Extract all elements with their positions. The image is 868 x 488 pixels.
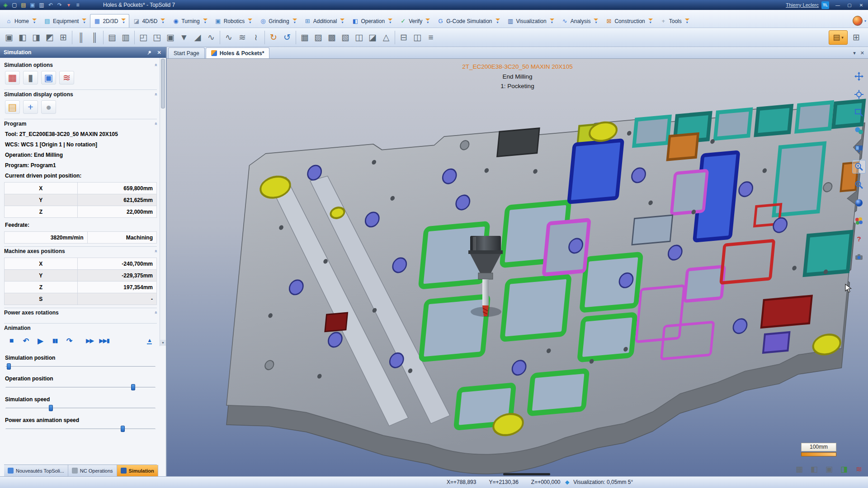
user-name[interactable]: Thierry Leclerc bbox=[786, 2, 819, 8]
stop-button[interactable]: ■ bbox=[5, 334, 18, 347]
ribbon-tab-operation[interactable]: ◧ Operation ▾ bbox=[348, 14, 396, 28]
threading-icon[interactable]: ≀ bbox=[249, 30, 263, 45]
redo-icon[interactable]: ↷ bbox=[55, 1, 64, 9]
delete-icon[interactable]: ▾ bbox=[64, 1, 73, 9]
shaded-sphere-icon[interactable] bbox=[852, 196, 866, 210]
collapse-icon[interactable]: » bbox=[153, 122, 158, 125]
ribbon-tab-dropdown[interactable]: ▾ bbox=[388, 19, 392, 24]
collision-check-icon[interactable]: ◫ bbox=[352, 30, 366, 45]
slider-track[interactable] bbox=[5, 408, 156, 409]
ribbon-tab-dropdown[interactable]: ▾ bbox=[32, 19, 37, 24]
pin-icon[interactable] bbox=[146, 49, 152, 56]
simulation-mode-icon[interactable]: ▦ bbox=[298, 30, 311, 45]
power-axes-animation-speed-slider[interactable] bbox=[5, 426, 156, 432]
section-display-options[interactable]: Simulation display options » bbox=[4, 89, 157, 98]
spindle-axis-icon[interactable]: ║ bbox=[74, 30, 88, 45]
3d-viewport[interactable]: 2T_EC200E38-3C20_50 MAXIN 20X105 End Mil… bbox=[167, 59, 868, 476]
collapse-icon[interactable]: » bbox=[153, 64, 158, 66]
tool-holder-icon[interactable]: ▮ bbox=[23, 71, 38, 84]
operation-position-slider[interactable] bbox=[5, 384, 156, 390]
ribbon-tab-dropdown[interactable]: ▾ bbox=[495, 19, 500, 24]
engraving-icon[interactable]: ∿ bbox=[204, 30, 218, 45]
panel-scrollbar[interactable]: ▼ bbox=[160, 58, 166, 346]
close-icon[interactable]: ✕ bbox=[156, 49, 162, 56]
ribbon-tab-dropdown[interactable]: ▾ bbox=[425, 19, 430, 24]
part-positioning-icon[interactable]: ◨ bbox=[29, 30, 43, 45]
chevron-down-icon[interactable]: ▾ bbox=[864, 19, 866, 23]
machined-part-3d-view[interactable] bbox=[167, 59, 868, 476]
material-removal-icon[interactable]: ▧ bbox=[339, 30, 352, 45]
collapse-icon[interactable]: » bbox=[153, 311, 158, 314]
skip-to-end-button[interactable]: ▶▶▮ bbox=[98, 334, 111, 347]
part-toggle-icon[interactable]: ▣ bbox=[824, 464, 835, 474]
ribbon-tab-grinding[interactable]: ◎ Grinding ▾ bbox=[256, 14, 300, 28]
collapse-icon[interactable]: » bbox=[153, 93, 158, 96]
shaded-view-display-icon[interactable]: ● bbox=[41, 100, 56, 114]
measure-icon[interactable]: ⊟ bbox=[397, 30, 410, 45]
ribbon-tab-dropdown[interactable]: ▾ bbox=[203, 19, 208, 24]
clamping-icon[interactable]: ◩ bbox=[43, 30, 57, 45]
wireframe-icon[interactable]: △ bbox=[379, 30, 393, 45]
collapse-icon[interactable]: » bbox=[153, 250, 158, 253]
machine-frame-icon[interactable]: ▦ bbox=[5, 71, 20, 84]
ribbon-tab-dropdown[interactable]: ▾ bbox=[685, 19, 689, 24]
ribbon-tab-dropdown[interactable]: ▾ bbox=[82, 19, 86, 24]
turning-roughing-icon[interactable]: ∿ bbox=[222, 30, 236, 45]
visualization-setting[interactable]: ◆ Visualization: 0,05mm 5° bbox=[565, 479, 633, 485]
ribbon-tab-dropdown[interactable]: ▾ bbox=[121, 19, 126, 24]
tab-list-dropdown-icon[interactable]: ▾ bbox=[853, 50, 856, 56]
ribbon-tab-4d-5d[interactable]: ◪ 4D/5D ▾ bbox=[129, 14, 169, 28]
slider-thumb[interactable] bbox=[121, 426, 125, 432]
zoom-window-icon[interactable] bbox=[852, 106, 866, 119]
section-machine-axes[interactable]: Machine axes positions » bbox=[4, 246, 157, 254]
ribbon-tab-robotics[interactable]: ▣ Robotics ▾ bbox=[211, 14, 256, 28]
wcs-origin-icon[interactable]: ⊞ bbox=[57, 30, 70, 45]
machine-simulation-icon[interactable]: ▩ bbox=[325, 30, 339, 45]
ribbon-tab-dropdown[interactable]: ▾ bbox=[248, 19, 252, 24]
section-power-axes[interactable]: Power axes rotations » bbox=[4, 308, 157, 316]
chamfering-icon[interactable]: ◢ bbox=[191, 30, 204, 45]
undo-icon[interactable]: ↶ bbox=[46, 1, 55, 9]
section-view-icon[interactable]: ◫ bbox=[410, 30, 424, 45]
maximize-button[interactable]: ▢ bbox=[844, 1, 855, 9]
new-document-icon[interactable]: ▢ bbox=[10, 1, 19, 9]
simulation-speed-slider[interactable] bbox=[5, 405, 156, 411]
ribbon-tab-construction[interactable]: ⊠ Construction ▾ bbox=[602, 14, 656, 28]
axes-toggle-icon[interactable]: ≋ bbox=[854, 464, 864, 474]
panel-tab-nc-operations[interactable]: NC Operations bbox=[68, 465, 117, 476]
zoom-out-icon[interactable] bbox=[852, 178, 866, 192]
ribbon-tab-tools[interactable]: + Tools ▾ bbox=[656, 14, 693, 28]
minimize-button[interactable]: — bbox=[832, 1, 844, 9]
pocketing-icon[interactable]: ▣ bbox=[164, 30, 177, 45]
toolpath-edit-icon[interactable]: ◪ bbox=[366, 30, 379, 45]
eject-button[interactable]: ▲ bbox=[143, 334, 156, 347]
splitter-handle[interactable] bbox=[503, 473, 550, 475]
machine-toggle-icon[interactable]: ▦ bbox=[794, 464, 805, 474]
step-forward-button[interactable]: ↷ bbox=[63, 334, 76, 347]
ribbon-tab-equipment[interactable]: ▤ Equipment ▾ bbox=[40, 14, 90, 28]
slider-thumb[interactable] bbox=[49, 405, 53, 411]
close-button[interactable]: ✕ bbox=[855, 1, 867, 9]
ribbon-tab-dropdown[interactable]: ▾ bbox=[550, 19, 554, 24]
ribbon-tab-dropdown[interactable]: ▾ bbox=[648, 19, 653, 24]
ribbon-tab-2d-3d[interactable]: ▦ 2D/3D ▾ bbox=[90, 14, 129, 28]
machining-setup-icon[interactable]: ▣ bbox=[2, 30, 16, 45]
contouring-icon[interactable]: ◳ bbox=[150, 30, 164, 45]
scroll-down-icon[interactable]: ▼ bbox=[160, 340, 166, 346]
ribbon-tab-dropdown[interactable]: ▾ bbox=[594, 19, 598, 24]
doc-tab-holes-pockets[interactable]: Holes & Pockets* bbox=[206, 47, 270, 58]
ribbon-tab-additional[interactable]: ⊞ Additional ▾ bbox=[301, 14, 349, 28]
machining-process-icon[interactable]: ↺ bbox=[280, 30, 294, 45]
pan-icon[interactable] bbox=[852, 70, 866, 83]
help-icon[interactable]: ? bbox=[852, 232, 866, 246]
machine-housing-icon[interactable]: ≋ bbox=[59, 71, 74, 84]
machine-axes-display-icon[interactable]: + bbox=[23, 100, 38, 114]
grooving-icon[interactable]: ≋ bbox=[236, 30, 249, 45]
customize-icon[interactable]: ≡ bbox=[73, 1, 82, 9]
print-icon[interactable]: ▥ bbox=[37, 1, 46, 9]
section-program[interactable]: Program » bbox=[4, 119, 157, 127]
tool-axis-icon[interactable]: ║ bbox=[88, 30, 101, 45]
shop-documents-icon[interactable]: ▤ ▾ bbox=[829, 30, 848, 45]
ribbon-tab-visualization[interactable]: ▥ Visualization ▾ bbox=[504, 14, 558, 28]
play-button[interactable]: ▶ bbox=[34, 334, 47, 347]
